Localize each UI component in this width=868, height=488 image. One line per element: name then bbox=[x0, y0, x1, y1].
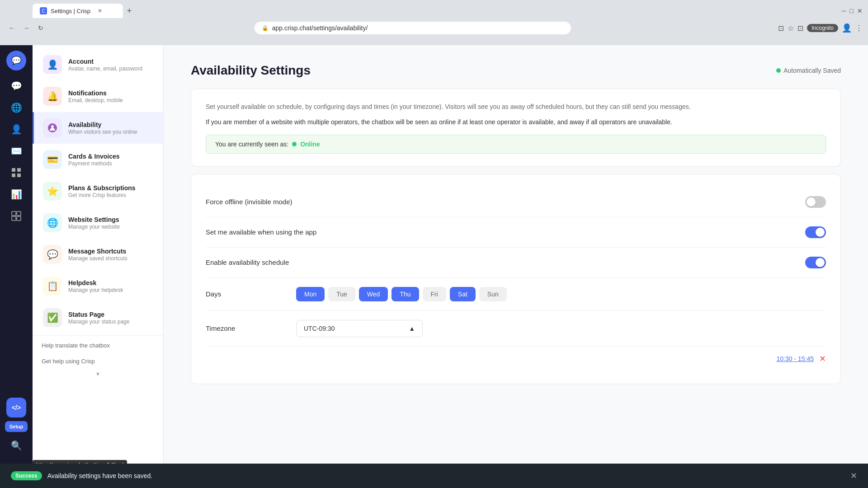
browser-chrome: C Settings | Crisp ✕ + ─ □ ✕ ← → ↻ 🔒 app… bbox=[0, 0, 868, 45]
icon-sidebar: 💬 💬 🌐 👤 ✉️ 📊 </> Setup 🔍 ⚙️ bbox=[0, 45, 33, 488]
crisp-logo-icon[interactable]: 💬 bbox=[6, 51, 26, 70]
toast-badge: Success bbox=[11, 471, 42, 480]
status-bar: You are currently seen as: Online bbox=[206, 135, 826, 154]
sidebar-item-helpdesk[interactable]: 📋 Helpdesk Manage your helpdesk bbox=[33, 270, 163, 302]
enable-schedule-toggle[interactable] bbox=[805, 257, 826, 268]
availability-subtitle: When visitors see you online bbox=[68, 129, 137, 135]
back-button[interactable]: ← bbox=[5, 22, 18, 34]
address-bar[interactable]: 🔒 app.crisp.chat/settings/availability/ bbox=[255, 22, 571, 34]
sidebar-icon-analytics[interactable]: 📊 bbox=[6, 184, 26, 204]
maximize-button[interactable]: □ bbox=[850, 7, 854, 14]
timezone-label: Timezone bbox=[206, 324, 296, 332]
sidebar-scroll-down[interactable]: ▼ bbox=[33, 369, 163, 379]
account-subtitle: Avatar, name, email, password bbox=[68, 66, 142, 72]
sidebar-item-plans[interactable]: ⭐ Plans & Subscriptions Get more Crisp f… bbox=[33, 175, 163, 207]
sidebar-icon-plugins[interactable] bbox=[6, 206, 26, 226]
svg-rect-4 bbox=[12, 211, 16, 216]
toast-notification: Success Availability settings have been … bbox=[0, 464, 868, 488]
timezone-chevron-icon: ▲ bbox=[409, 325, 415, 332]
sidebar-item-message-shortcuts[interactable]: 💬 Message Shortcuts Manage saved shortcu… bbox=[33, 239, 163, 270]
sidebar-icon-send[interactable]: ✉️ bbox=[6, 141, 26, 161]
day-sun[interactable]: Sun bbox=[479, 287, 507, 301]
website-title: Website Settings bbox=[68, 216, 120, 223]
sidebar-item-cards-invoices[interactable]: 💳 Cards & Invoices Payment methods bbox=[33, 144, 163, 175]
timezone-select[interactable]: UTC-09:30 ▲ bbox=[296, 320, 423, 337]
tab-title: Settings | Crisp bbox=[51, 8, 90, 14]
day-fri[interactable]: Fri bbox=[423, 287, 446, 301]
days-row: Days Mon Tue Wed Thu Fri Sat Sun bbox=[206, 278, 826, 311]
lock-icon: 🔒 bbox=[262, 25, 269, 31]
menu-icon[interactable]: ⋮ bbox=[855, 24, 863, 33]
tab-favicon: C bbox=[40, 7, 47, 14]
browser-tab[interactable]: C Settings | Crisp ✕ bbox=[33, 4, 123, 18]
cards-icon: 💳 bbox=[43, 150, 62, 169]
sidebar-icon-inbox[interactable]: 💬 bbox=[6, 76, 26, 96]
day-thu[interactable]: Thu bbox=[392, 287, 419, 301]
sidebar-icon-search[interactable]: 🔍 bbox=[6, 436, 26, 455]
help-translate-link[interactable]: Help translate the chatbox bbox=[33, 338, 163, 353]
sidebar-item-account[interactable]: 👤 Account Avatar, name, email, password bbox=[33, 49, 163, 80]
helpdesk-icon: 📋 bbox=[43, 277, 62, 296]
toggle-knob-enable-schedule bbox=[816, 258, 825, 267]
plans-subtitle: Get more Crisp features bbox=[68, 192, 136, 198]
close-window-button[interactable]: ✕ bbox=[857, 7, 863, 14]
page-title: Availability Settings bbox=[191, 63, 311, 78]
refresh-button[interactable]: ↻ bbox=[34, 22, 47, 34]
cards-title: Cards & Invoices bbox=[68, 153, 120, 160]
description-text-1: Set yourself available on schedule, by c… bbox=[206, 102, 826, 112]
profile-icon[interactable]: 👤 bbox=[842, 23, 852, 33]
sidebar-icon-globe[interactable]: 🌐 bbox=[6, 98, 26, 117]
account-title: Account bbox=[68, 58, 142, 65]
sidebar-icon-setup[interactable]: </> bbox=[6, 398, 26, 418]
incognito-badge[interactable]: Incognito bbox=[807, 24, 838, 32]
helpdesk-title: Helpdesk bbox=[68, 279, 123, 286]
timezone-row: Timezone UTC-09:30 ▲ bbox=[206, 311, 826, 347]
svg-rect-5 bbox=[17, 211, 21, 216]
url-text: app.crisp.chat/settings/availability/ bbox=[272, 24, 368, 32]
extensions-icon: ⊡ bbox=[797, 24, 803, 33]
status-value: Online bbox=[300, 141, 320, 148]
bookmark-icon[interactable]: ☆ bbox=[788, 24, 794, 33]
sidebar-item-notifications[interactable]: 🔔 Notifications Email, desktop, mobile bbox=[33, 80, 163, 112]
app-layout: 💬 💬 🌐 👤 ✉️ 📊 </> Setup 🔍 ⚙️ 👤 bbox=[0, 45, 868, 488]
availability-icon bbox=[43, 118, 62, 137]
sidebar-icon-contacts[interactable]: 👤 bbox=[6, 119, 26, 139]
force-offline-toggle[interactable] bbox=[805, 196, 826, 208]
day-wed[interactable]: Wed bbox=[359, 287, 388, 301]
toast-message: Availability settings have been saved. bbox=[47, 472, 152, 479]
main-content: Availability Settings Automatically Save… bbox=[164, 45, 868, 488]
forward-button[interactable]: → bbox=[20, 22, 33, 34]
sidebar-item-status-page[interactable]: ✅ Status Page Manage your status page bbox=[33, 302, 163, 333]
cards-subtitle: Payment methods bbox=[68, 160, 120, 167]
toolbar-actions: ⊡ ☆ ⊡ Incognito 👤 ⋮ bbox=[778, 23, 863, 33]
get-help-link[interactable]: Get help using Crisp bbox=[33, 353, 163, 369]
day-sat[interactable]: Sat bbox=[450, 287, 476, 301]
minimize-button[interactable]: ─ bbox=[842, 7, 846, 14]
new-tab-button[interactable]: + bbox=[123, 5, 136, 17]
enable-schedule-label: Enable availability schedule bbox=[206, 258, 289, 266]
sidebar-item-availability[interactable]: Availability When visitors see you onlin… bbox=[33, 112, 163, 144]
days-label: Days bbox=[206, 290, 296, 298]
time-range-value[interactable]: 10:30 - 15:45 bbox=[776, 355, 814, 362]
svg-rect-3 bbox=[17, 174, 21, 177]
browser-tabs: C Settings | Crisp ✕ + ─ □ ✕ bbox=[0, 0, 868, 18]
sidebar-divider bbox=[33, 335, 163, 336]
sidebar-item-website-settings[interactable]: 🌐 Website Settings Manage your website bbox=[33, 207, 163, 239]
toggle-knob-set-available bbox=[816, 228, 825, 237]
days-buttons: Mon Tue Wed Thu Fri Sat Sun bbox=[296, 287, 507, 301]
settings-sidebar: 👤 Account Avatar, name, email, password … bbox=[33, 45, 164, 488]
set-available-toggle[interactable] bbox=[805, 226, 826, 238]
browser-toolbar: ← → ↻ 🔒 app.crisp.chat/settings/availabi… bbox=[0, 18, 868, 38]
tab-close-button[interactable]: ✕ bbox=[98, 8, 102, 14]
day-mon[interactable]: Mon bbox=[296, 287, 325, 301]
svg-point-9 bbox=[51, 125, 54, 128]
sidebar-icon-segments[interactable] bbox=[6, 163, 26, 183]
shortcuts-icon: 💬 bbox=[43, 245, 62, 264]
svg-rect-1 bbox=[17, 168, 21, 172]
shortcuts-subtitle: Manage saved shortcuts bbox=[68, 255, 127, 262]
day-tue[interactable]: Tue bbox=[328, 287, 355, 301]
force-offline-row: Force offline (invisible mode) bbox=[206, 187, 826, 217]
website-subtitle: Manage your website bbox=[68, 224, 120, 230]
delete-time-button[interactable]: ✕ bbox=[819, 354, 826, 364]
toast-close-button[interactable]: ✕ bbox=[850, 471, 857, 481]
